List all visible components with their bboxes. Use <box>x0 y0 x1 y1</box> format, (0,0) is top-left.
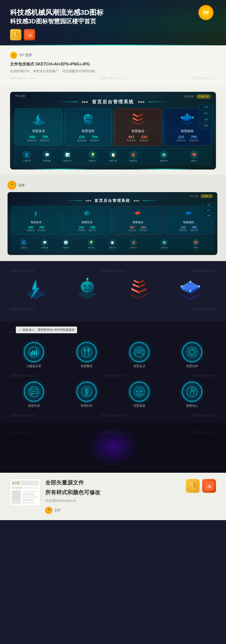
svg-marker-24 <box>133 113 138 117</box>
svg-point-55 <box>81 281 94 292</box>
small-dash-header: ◆◆◆ 首页后台管理系统 ◆◆◆ <box>12 196 213 206</box>
dashboard-top-left: 平台总览 <box>15 94 25 98</box>
tooltip-area: — 鼠标放上，透明度变化+外环360度旋转 <box>10 327 216 337</box>
small-card-icon-1 <box>14 209 58 219</box>
svg-point-104 <box>29 387 39 397</box>
network-svg <box>177 277 204 302</box>
file-content-line <box>22 491 37 493</box>
main-title: 科技感机械风潮流光感3D图标 <box>10 8 216 17</box>
file-line <box>12 487 22 489</box>
second-dashboard-section: 🍍 菠萝 平台总览 主菜单 ▼ 主页 统计 设置 ◆◆◆ 首页后台管理系统 ◆◆… <box>0 175 226 261</box>
top-banner: 科技感机械风潮流光感3D图标 科技感3D图标智慧园区楼宇首页 菠萝 Ai 仙图 … <box>0 0 226 45</box>
bigdata-svg <box>29 347 39 357</box>
author-row: 🍍 菠萝 <box>8 178 218 192</box>
svg-point-117 <box>134 387 144 397</box>
glow-line-right <box>134 169 195 170</box>
bottom-icon-group-3: ⚙️ 智慧运营 ❤️ 智慧心 <box>147 148 211 165</box>
file-nav-item <box>12 499 20 501</box>
svg-rect-90 <box>34 351 35 355</box>
stat-item: 123 数据名称 <box>177 135 186 142</box>
intercom-svg <box>29 386 39 397</box>
small-card-stats-3: 567数据名称 234数据名称 <box>116 226 160 232</box>
watermark-3: 仙图 xianpic.com <box>136 54 160 59</box>
svg-point-99 <box>136 350 138 352</box>
small-bottom-group-3: ⚙️智慧运营 ❤️智慧心 <box>147 237 213 251</box>
svg-point-114 <box>86 391 87 392</box>
svg-text:Ai: Ai <box>207 484 211 489</box>
author-avatar-2: 🍍 <box>8 181 16 190</box>
file-row-1 <box>12 487 39 489</box>
description: 在实际项目中，本套设计应用最广，可以适配到不同的功能 <box>10 69 216 73</box>
small-deco-right <box>143 200 160 201</box>
sidebar-mini-item[interactable]: 设置 <box>199 117 213 122</box>
info-section: 🍍 BY 菠萝 文件包含格式 SKETCH+AI+EPS+PNG+JPG 在实际… <box>0 45 226 87</box>
svg-marker-102 <box>192 349 193 350</box>
final-desc: 可使用软件sketch+AI <box>45 499 181 503</box>
bottom-glow-section: 仙图 xianpic.com 仙图 xianpic.com 仙图 xianpic… <box>0 423 226 473</box>
dining-label: 智慧餐饮 <box>63 364 110 368</box>
small-dash-top-right: 平台总览 主菜单 ▼ <box>190 194 213 198</box>
svg-rect-112 <box>85 389 88 393</box>
file-nav-item <box>12 491 20 493</box>
file-nav-item <box>12 495 20 497</box>
card-name-2: 智慧安防 <box>68 129 109 133</box>
small-dash-sidebar: 主页 统计 设置 <box>203 203 215 219</box>
svg-point-61 <box>89 285 90 287</box>
watermarks-bottom: 仙图 xianpic.com 仙图 xianpic.com 仙图 xianpic… <box>10 430 216 435</box>
final-author-row: 🍍 菠萝 <box>45 507 181 514</box>
svg-rect-91 <box>36 350 37 355</box>
svg-text:Ai: Ai <box>28 33 31 37</box>
card-icon-security <box>68 112 109 127</box>
final-software-icons: Ai <box>186 479 216 493</box>
bottom-icon-item: 👤 人脸识别 <box>23 151 31 162</box>
card-stats-1: 456 数据名称 789 数据名称 <box>18 135 60 142</box>
dashboard-section-large: 平台总览 平台总览 主菜单 ▼ 主页 统计 设置 帮助 ◆◆◆ 首页后台管理系统… <box>0 87 226 175</box>
dashboard-title: 首页后台管理系统 <box>92 99 134 105</box>
card-stats-4: 123 数据名称 789 数据名称 <box>167 135 208 142</box>
file-nav-item <box>12 493 20 495</box>
svg-point-39 <box>84 211 89 215</box>
operation-icon: ⚙️ <box>160 151 168 159</box>
bottom-icon-item: 📊 智慧会议 <box>63 151 71 162</box>
svg-marker-21 <box>133 117 138 121</box>
watermark-1: 仙图 xianpic.com <box>43 54 67 59</box>
sidebar-mini-item[interactable]: 帮助 <box>199 123 213 128</box>
building-svg <box>125 277 153 302</box>
svg-point-122 <box>191 388 193 390</box>
svg-point-92 <box>82 347 92 357</box>
lightning-svg <box>22 277 50 302</box>
dining-icon <box>77 342 97 362</box>
small-bottom-group-1: 👤人脸识别 💬智慧客服 📊智慧会议 <box>12 237 78 251</box>
watermark-2: 仙图 xianpic.com <box>85 54 110 59</box>
sidebar-mini-item[interactable]: 统计 <box>199 111 213 116</box>
card-stats-2: 234 数据名称 789 数据名称 <box>68 135 109 142</box>
file-content-line <box>22 494 35 496</box>
svg-point-97 <box>134 347 144 357</box>
final-author-name: 菠萝 <box>54 508 61 513</box>
svg-marker-64 <box>130 293 148 299</box>
svg-marker-106 <box>31 393 33 395</box>
face-icon: 👤 <box>23 151 31 159</box>
svg-marker-103 <box>191 354 192 356</box>
watermarks-dark-2: 仙图 xianpic.com 仙图 xianpic.com <box>10 307 216 311</box>
small-card-3: 智慧物业 567数据名称 234数据名称 <box>114 206 162 234</box>
svg-point-57 <box>86 278 88 280</box>
stat-item: 789 数据名称 <box>189 135 198 142</box>
alert-svg <box>187 386 197 397</box>
svg-point-121 <box>187 387 197 397</box>
small-card-icon-2 <box>65 209 109 219</box>
intercom-icon <box>24 382 44 402</box>
small-card-1: 智慧发布 456数据名称 789数据名称 <box>12 206 61 234</box>
small-card-stats-2: 234数据名称 789数据名称 <box>65 226 109 232</box>
alert-label: 预警动心 <box>168 404 216 408</box>
stat-item: 567 数据名称 <box>127 135 136 142</box>
small-bottom-icons: 👤人脸识别 💬智慧客服 📊智慧会议 💡智能控灯 📋智慧订单 🏮智慧灯杆 ⚙️智慧… <box>12 237 213 251</box>
svg-marker-69 <box>133 283 139 288</box>
small-card-name-4: 智慧能耗 <box>167 220 211 224</box>
svg-point-100 <box>141 350 143 352</box>
sidebar-mini-item[interactable]: 主页 <box>199 104 213 110</box>
icon3d-robot <box>72 277 102 302</box>
svg-point-87 <box>29 347 39 357</box>
meeting-icon: 📊 <box>63 151 71 159</box>
lamp-svg <box>81 386 92 397</box>
